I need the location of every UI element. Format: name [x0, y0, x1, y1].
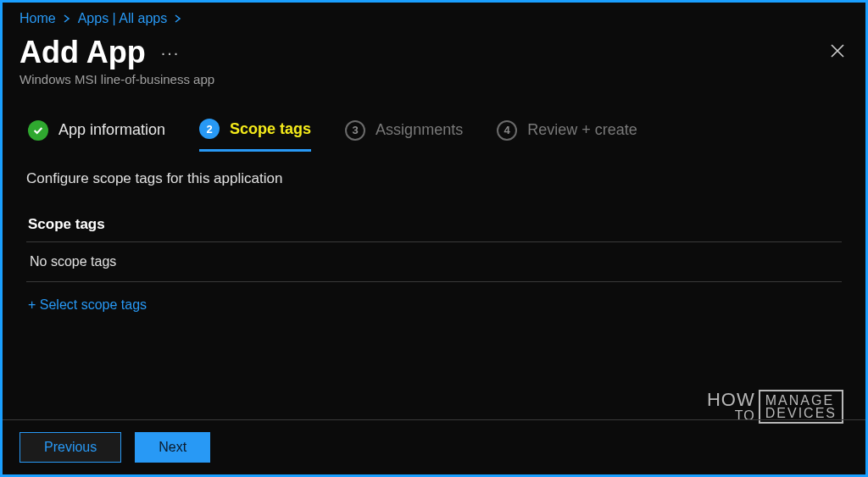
wizard-steps: App information 2 Scope tags 3 Assignmen…	[3, 103, 865, 152]
page-header: Add App ··· Windows MSI line-of-business…	[3, 31, 865, 103]
next-button[interactable]: Next	[135, 432, 210, 463]
checkmark-icon	[28, 120, 48, 141]
scope-tags-empty-text: No scope tags	[26, 242, 842, 281]
step-app-information[interactable]: App information	[28, 120, 165, 151]
divider	[26, 281, 842, 282]
step-label: Review + create	[527, 121, 637, 139]
more-actions-button[interactable]: ···	[161, 43, 181, 63]
watermark-text: DEVICES	[765, 407, 837, 419]
step-assignments[interactable]: 3 Assignments	[345, 120, 463, 151]
content-area: Configure scope tags for this applicatio…	[3, 152, 865, 328]
content-description: Configure scope tags for this applicatio…	[26, 170, 842, 187]
select-scope-tags-link[interactable]: + Select scope tags	[26, 282, 148, 328]
step-review-create[interactable]: 4 Review + create	[497, 120, 637, 151]
breadcrumb: Home Apps | All apps	[3, 3, 865, 31]
step-scope-tags[interactable]: 2 Scope tags	[199, 119, 311, 152]
footer-actions: Previous Next	[3, 419, 865, 474]
step-number-badge: 2	[199, 119, 220, 139]
chevron-right-icon	[63, 12, 71, 25]
page-title: Add App	[19, 35, 146, 70]
breadcrumb-home-link[interactable]: Home	[19, 11, 56, 26]
breadcrumb-apps-link[interactable]: Apps | All apps	[78, 11, 168, 26]
watermark: HOW TO MANAGE DEVICES	[707, 390, 843, 424]
close-icon	[830, 43, 845, 58]
step-label: Scope tags	[230, 120, 311, 138]
step-number-badge: 4	[497, 120, 517, 141]
chevron-right-icon	[174, 12, 182, 25]
close-button[interactable]	[830, 40, 845, 64]
step-number-badge: 3	[345, 120, 365, 141]
step-label: Assignments	[376, 121, 463, 139]
watermark-text: MANAGE	[765, 394, 837, 407]
previous-button[interactable]: Previous	[19, 432, 121, 463]
watermark-text: HOW	[707, 391, 755, 408]
section-header-scope-tags: Scope tags	[26, 211, 842, 241]
page-subtitle: Windows MSI line-of-business app	[19, 72, 849, 86]
step-label: App information	[58, 121, 165, 139]
